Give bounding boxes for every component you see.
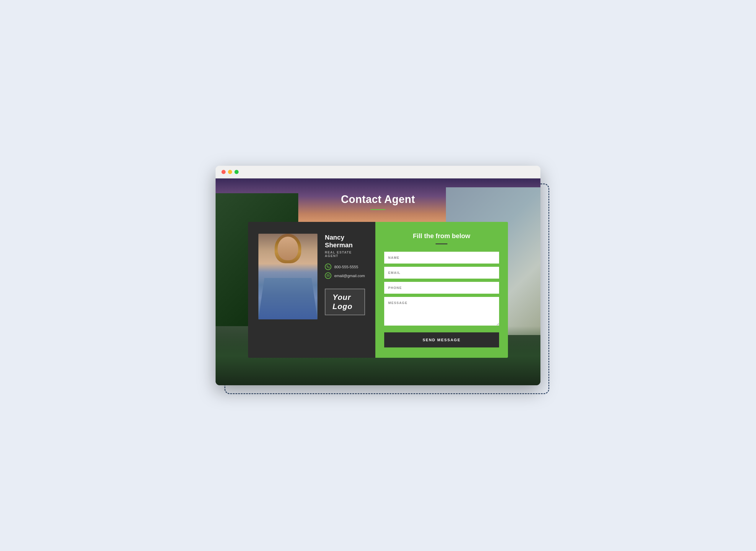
- traffic-light-red[interactable]: [221, 170, 226, 174]
- name-input[interactable]: [384, 252, 499, 264]
- main-card: Nancy Sherman REAL ESTATE AGENT 800-555-…: [248, 222, 508, 358]
- phone-icon: [325, 263, 331, 270]
- page-title-section: Contact Agent: [224, 193, 532, 210]
- left-panel: Nancy Sherman REAL ESTATE AGENT 800-555-…: [248, 222, 375, 358]
- message-field-wrapper: [384, 297, 499, 328]
- phone-input[interactable]: [384, 282, 499, 295]
- agent-photo: [258, 234, 317, 320]
- photo-face: [278, 237, 298, 260]
- outer-wrapper: Contact Agent: [216, 166, 540, 385]
- traffic-light-yellow[interactable]: [228, 170, 232, 174]
- message-textarea[interactable]: [384, 297, 499, 327]
- email-field-wrapper: [384, 267, 499, 280]
- phone-row: 800-555-5555: [325, 263, 365, 270]
- logo-box: Your Logo: [325, 289, 365, 315]
- page-content: Contact Agent: [216, 178, 540, 385]
- agent-info: Nancy Sherman REAL ESTATE AGENT 800-555-…: [325, 234, 365, 315]
- form-title: Fill the from below: [384, 232, 499, 240]
- browser-chrome: [216, 166, 540, 178]
- agent-title: REAL ESTATE AGENT: [325, 250, 365, 257]
- page-title: Contact Agent: [224, 193, 532, 206]
- email-row: email@gmail.com: [325, 272, 365, 279]
- form-underline: [436, 243, 447, 244]
- agent-name: Nancy Sherman: [325, 234, 365, 249]
- title-underline: [371, 209, 385, 210]
- phone-number: 800-555-5555: [334, 265, 358, 269]
- photo-shirt: [258, 278, 317, 320]
- email-input[interactable]: [384, 267, 499, 280]
- send-message-button[interactable]: SEND MESSAGE: [384, 333, 499, 348]
- email-address: email@gmail.com: [334, 273, 365, 278]
- phone-field-wrapper: [384, 282, 499, 295]
- logo-text: Your Logo: [333, 293, 353, 311]
- name-field-wrapper: [384, 252, 499, 264]
- traffic-light-green[interactable]: [234, 170, 239, 174]
- right-panel: Fill the from below SEND MESSAGE: [375, 222, 508, 358]
- email-icon: [325, 272, 331, 279]
- browser-window: Contact Agent: [216, 166, 540, 385]
